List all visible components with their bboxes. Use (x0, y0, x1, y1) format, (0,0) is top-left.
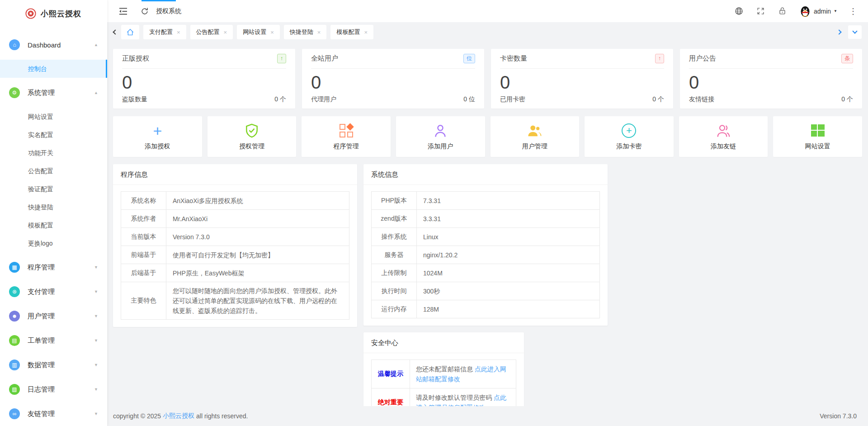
sidebar-item-quick-login[interactable]: 快捷登陆 (0, 198, 107, 216)
sidebar-toggle-icon[interactable] (118, 6, 128, 16)
sidebar-item-console[interactable]: 控制台 (0, 60, 107, 78)
sidebar-item-feature-switch[interactable]: 功能开关 (0, 144, 107, 162)
row-label: 前端基于 (121, 246, 166, 264)
chain-icon: ∞ (9, 408, 20, 419)
action-add-friend-link[interactable]: 添加友链 (679, 116, 768, 157)
action-add-auth[interactable]: + 添加授权 (113, 116, 202, 157)
page-title: 授权系统 (156, 7, 181, 15)
panel-title: 安全中心 (363, 332, 524, 353)
row-value: 您可以随时随地的面向您的用户添加授权、管理授权。此外还可以通过简单的配置实现源码… (166, 282, 349, 319)
sidebar-item-tickets[interactable]: ▤ 工单管理 ▼ (0, 328, 107, 353)
sidebar-item-announce[interactable]: 公告配置 (0, 162, 107, 180)
row-label: PHP版本 (372, 192, 417, 209)
people-icon (527, 123, 542, 138)
close-icon[interactable]: × (224, 29, 227, 36)
stat-card-total-users: 全站用户 位 0 代理用户 0 位 (302, 49, 484, 109)
row-value: Mr.AnXiaoXi (166, 210, 349, 227)
lock-icon[interactable] (778, 6, 788, 16)
chevron-down-icon: ▼ (94, 338, 98, 343)
top-header: 授权系统 (107, 0, 868, 22)
person-add-icon (434, 123, 447, 138)
sidebar-item-system[interactable]: ⚙ 系统管理 ▲ (0, 80, 107, 105)
tabs-scroll-left-icon[interactable] (113, 29, 118, 34)
tab-site-settings[interactable]: 网站设置 × (237, 25, 280, 39)
sidebar-item-site-settings[interactable]: 网站设置 (0, 108, 107, 126)
stat-value: 0 (311, 73, 475, 91)
sidebar-item-program[interactable]: ▦ 程序管理 ▼ (0, 255, 107, 279)
sidebar-item-logs[interactable]: ▧ 日志管理 ▼ (0, 377, 107, 402)
security-message: 请及时修改默认管理员密码 (416, 394, 492, 401)
table-row: 前端基于 使用者可自行开发定制【均无加密】 (121, 246, 349, 264)
row-label: zend版本 (372, 210, 417, 227)
tab-payment-config[interactable]: 支付配置 × (143, 25, 186, 39)
close-icon[interactable]: × (317, 29, 321, 36)
footer-brand-link[interactable]: 小熙云授权 (163, 412, 194, 420)
fullscreen-icon[interactable] (756, 6, 766, 16)
sidebar-item-change-logo[interactable]: 更换logo (0, 234, 107, 252)
row-value: Linux (417, 228, 599, 246)
sidebar-item-label: Dashboard (28, 41, 94, 49)
tab-announce-config[interactable]: 公告配置 × (190, 25, 233, 39)
program-info-panel: 程序信息 系统名称 AnXiaoXi多应用授权系统 系统作者 Mr.AnXiao… (113, 164, 357, 327)
row-label: 服务器 (372, 246, 417, 264)
brand-logo: 小熙云授权 (0, 0, 107, 27)
ticket-icon: ▤ (9, 335, 20, 346)
row-label: 运行内存 (372, 300, 417, 318)
action-add-card-key[interactable]: + 添加卡密 (585, 116, 674, 157)
tab-home[interactable] (121, 25, 139, 39)
tabbar-right-controls (837, 25, 862, 39)
row-value: 3.3.31 (417, 210, 599, 227)
chevron-down-icon: ▼ (94, 289, 98, 294)
sidebar-item-label: 支付管理 (28, 288, 94, 296)
sidebar-item-label: 用户管理 (28, 312, 94, 321)
close-icon[interactable]: × (270, 29, 274, 36)
sidebar-item-dashboard[interactable]: ⌂ Dashboard ▲ (0, 33, 107, 57)
action-label: 授权管理 (239, 142, 264, 151)
close-icon[interactable]: × (177, 29, 180, 36)
sidebar-item-data[interactable]: ▥ 数据管理 ▼ (0, 353, 107, 377)
action-label: 添加授权 (145, 142, 170, 151)
sidebar-item-verify[interactable]: 验证配置 (0, 180, 107, 198)
tab-quick-login[interactable]: 快捷登陆 × (284, 25, 327, 39)
action-label: 添加卡密 (616, 142, 642, 151)
stat-footer-label: 代理用户 (311, 95, 336, 104)
action-program-manage[interactable]: 程序管理 (302, 116, 391, 157)
table-row: 上传限制 1024M (372, 264, 599, 282)
close-icon[interactable]: × (364, 29, 368, 36)
row-label: 后端基于 (121, 264, 166, 282)
action-user-manage[interactable]: 用户管理 (491, 116, 580, 157)
sidebar-item-label: 日志管理 (28, 385, 94, 394)
stat-title: 正版授权 (122, 54, 149, 63)
person-link-icon (716, 123, 731, 138)
tabs-scroll-right-icon[interactable] (836, 29, 841, 34)
row-value: 1024M (417, 264, 599, 282)
tab-bar: 支付配置 × 公告配置 × 网站设置 × 快捷登陆 × 模板配置 × (107, 22, 868, 42)
action-site-settings[interactable]: 网站设置 (773, 116, 862, 157)
more-options-icon[interactable]: ⋮ (849, 7, 857, 15)
sidebar-item-users[interactable]: ☻ 用户管理 ▼ (0, 304, 107, 328)
right-panels-column: 系统信息 PHP版本 7.3.31 zend版本 3.3.31 (363, 164, 608, 406)
chevron-down-icon: ▼ (94, 387, 98, 392)
plus-icon: + (153, 124, 162, 137)
globe-icon[interactable] (734, 6, 744, 16)
tabs-dropdown[interactable] (848, 25, 862, 39)
sidebar-item-label: 程序管理 (28, 263, 94, 272)
table-row: 操作系统 Linux (372, 228, 599, 246)
sidebar-item-payment[interactable]: ⊛ 支付管理 ▼ (0, 279, 107, 304)
sidebar-item-template[interactable]: 模板配置 (0, 216, 107, 234)
row-value: 7.3.31 (417, 192, 599, 209)
user-menu[interactable]: admin ▼ (799, 5, 837, 17)
chevron-down-icon: ▼ (94, 314, 98, 318)
action-auth-manage[interactable]: 授权管理 (208, 116, 297, 157)
sidebar-item-realname[interactable]: 实名配置 (0, 126, 107, 144)
system-info-table: PHP版本 7.3.31 zend版本 3.3.31 操作系统 Linux (371, 191, 600, 318)
refresh-icon[interactable] (140, 6, 150, 16)
stat-card-genuine-auth: 正版授权 ↑ 0 盗版数量 0 个 (113, 49, 295, 109)
tab-template-config[interactable]: 模板配置 × (330, 25, 373, 39)
circle-plus-icon: + (622, 123, 636, 138)
stat-title: 卡密数量 (500, 54, 527, 63)
table-row: 后端基于 PHP原生，EasyWeb框架 (121, 264, 349, 282)
sidebar-item-friend-links[interactable]: ∞ 友链管理 ▼ (0, 402, 107, 426)
action-add-user[interactable]: 添加用户 (396, 116, 485, 157)
chevron-down-icon: ▼ (94, 363, 98, 367)
